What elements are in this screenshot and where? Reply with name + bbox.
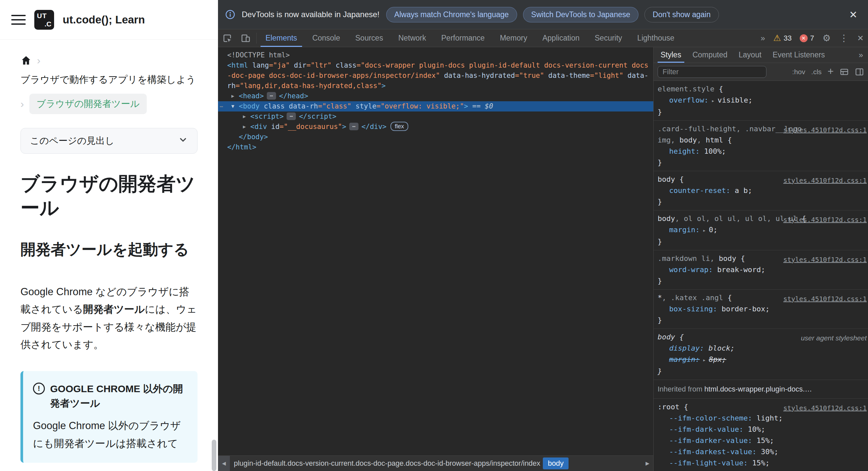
breadcrumb: › ブラウザで動作するアプリを構築しよう › ブラウザの開発者ツール [21,55,197,114]
collapse-arrow-icon[interactable]: ▼ [228,101,237,112]
infobar-button-always-match-chrome-s-language[interactable]: Always match Chrome's language [386,7,517,23]
breadcrumb-item[interactable]: ブラウザで動作するアプリを構築しよう [21,73,196,86]
crumb-scroll-left-button[interactable]: ◀ [218,456,230,471]
css-rule[interactable]: element.style {overflow:▸visible;} [654,81,868,121]
css-property[interactable]: height: 100%; [658,146,866,157]
stylesheet-link[interactable]: styles.4510f12d.css:1 [783,293,867,305]
new-style-rule-button[interactable]: + [828,66,834,76]
expand-shorthand-icon[interactable]: ▸ [703,357,706,363]
admonition-body: Google Chrome 以外のブラウザにも開発者ツールは搭載されて [33,417,188,452]
site-title[interactable]: ut.code(); Learn [63,13,145,26]
dom-tree-node[interactable]: ▶<head>⋯</head> [218,91,653,101]
expand-shorthand-icon[interactable]: ▸ [703,227,706,233]
stylesheet-link[interactable]: styles.4510f12d.css:1 [783,214,867,225]
tab-memory[interactable]: Memory [492,29,535,47]
css-rule[interactable]: styles.4510f12d.css:1:root {--ifm-color-… [654,399,868,471]
css-rule[interactable]: styles.4510f12d.css:1body, ol ol, ol ul,… [654,211,868,250]
close-icon[interactable]: ✕ [846,9,861,21]
node-path[interactable]: plugin-id-default.docs-version-current.d… [230,459,541,468]
expand-inline-button[interactable]: ⋯ [267,92,276,100]
more-tabs-icon[interactable]: » [854,47,868,63]
toggle-sidebar-icon[interactable] [855,67,864,76]
css-property[interactable]: word-wrap: break-word; [658,264,866,275]
css-property[interactable]: margin:▸0; [658,224,866,236]
home-icon[interactable] [21,55,32,66]
expand-inline-button[interactable]: ⋯ [287,113,296,120]
site-logo[interactable]: UT .C [34,10,54,30]
css-property[interactable]: margin:▸8px; [658,354,866,366]
dom-tree-node[interactable]: ▶<script>⋯</script> [218,112,653,122]
dom-tree-node[interactable]: ▶<div id="__docusaurus">⋯</div>flex [218,122,653,132]
tab-security[interactable]: Security [587,29,629,47]
tab-application[interactable]: Application [535,29,587,47]
dom-tree-node[interactable]: </body> [218,132,653,142]
tab-sources[interactable]: Sources [348,29,391,47]
stylesheet-link[interactable]: styles.4510f12d.css:1 [783,175,867,186]
expand-arrow-icon[interactable]: ▶ [240,112,249,122]
admonition-title: ! GOOGLE CHROME 以外の開発者ツール [33,382,188,410]
css-rule[interactable]: styles.4510f12d.css:1.card--full-height,… [654,121,868,171]
tab-console[interactable]: Console [305,29,348,47]
warnings-indicator[interactable]: ⚠ 33 [769,29,796,47]
device-toolbar-icon[interactable] [237,29,255,47]
node-options-icon[interactable]: ⋯ [220,101,222,112]
css-property[interactable]: --ifm-darker-value: 15%; [658,435,866,446]
css-property[interactable]: --ifm-lighter-value: 30%; [658,469,866,471]
dom-tree-node[interactable]: </html> [218,142,653,152]
toggle-element-state-button[interactable]: :hov [792,68,805,76]
expand-shorthand-icon[interactable]: ▸ [711,98,715,104]
dom-tree-node[interactable]: <html lang="ja" dir="ltr" class="docs-wr… [218,60,653,91]
scrollbar-thumb[interactable] [212,440,216,471]
settings-gear-icon[interactable]: ⚙ [818,29,835,47]
errors-indicator[interactable]: ✕ 7 [796,29,818,47]
chevron-down-icon [178,135,188,147]
dom-tree-node[interactable]: <!DOCTYPE html> [218,50,653,60]
infobar-button-don-t-show-again[interactable]: Don't show again [644,7,719,23]
inherited-node-link[interactable]: html.docs-wrapper.plugin-docs.… [705,385,812,393]
css-property[interactable]: display: block; [658,343,866,354]
menu-button[interactable] [11,15,26,25]
dom-tree-node[interactable]: ⋯▼<body class data-rh="class" style="ove… [218,101,653,112]
tab-performance[interactable]: Performance [434,29,492,47]
stylesheet-link[interactable]: styles.4510f12d.css:1 [783,402,867,414]
expand-inline-button[interactable]: ⋯ [349,123,359,130]
css-property[interactable]: --ifm-dark-value: 10%; [658,424,866,435]
tab-network[interactable]: Network [391,29,434,47]
expand-arrow-icon[interactable]: ▶ [240,122,249,132]
css-property[interactable]: --ifm-darkest-value: 30%; [658,446,866,458]
flex-badge[interactable]: flex [391,122,408,131]
chevron-right-icon: › [21,99,24,109]
toc-label: このページの見出し [30,134,115,147]
element-classes-button[interactable]: .cls [811,68,822,76]
css-rule[interactable]: user agent stylesheetbody {display: bloc… [654,329,868,380]
css-property[interactable]: overflow:▸visible; [658,95,866,106]
tab-lighthouse[interactable]: Lighthouse [629,29,682,47]
selected-node-crumb[interactable]: body [543,458,568,469]
inspect-icon[interactable] [218,29,237,47]
more-tabs-icon[interactable]: » [756,29,769,47]
styles-tab-layout[interactable]: Layout [733,47,767,63]
stylesheet-link[interactable]: styles.4510f12d.css:1 [783,254,867,265]
styles-filter-input[interactable] [658,66,767,78]
css-property[interactable]: --ifm-light-value: 15%; [658,458,866,469]
css-property[interactable]: box-sizing: border-box; [658,304,866,315]
tab-elements[interactable]: Elements [258,29,305,47]
styles-tab-computed[interactable]: Computed [687,47,733,63]
css-rule[interactable]: styles.4510f12d.css:1body {counter-reset… [654,171,868,211]
stylesheet-link[interactable]: styles.4510f12d.css:1 [783,124,867,135]
rendering-options-icon[interactable] [840,67,849,76]
expand-arrow-icon[interactable]: ▶ [228,91,237,101]
css-property[interactable]: counter-reset: a b; [658,185,866,196]
styles-tab-styles[interactable]: Styles [655,47,687,63]
css-rule[interactable]: styles.4510f12d.css:1.markdown li, body … [654,250,868,290]
kebab-menu-icon[interactable]: ⋮ [835,29,853,47]
logo-text-bottom: .C [44,20,52,28]
css-property[interactable]: --ifm-color-scheme: light; [658,413,866,424]
crumb-scroll-right-icon[interactable]: ▶ [642,461,653,466]
css-selector[interactable]: element.style { [658,84,866,95]
close-icon[interactable]: ✕ [853,29,868,47]
styles-tab-event-listeners[interactable]: Event Listeners [767,47,831,63]
infobar-button-switch-devtools-to-japanese[interactable]: Switch DevTools to Japanese [523,7,639,23]
css-rule[interactable]: styles.4510f12d.css:1*, .katex .angl {bo… [654,290,868,329]
toc-collapsible[interactable]: このページの見出し [21,128,197,154]
